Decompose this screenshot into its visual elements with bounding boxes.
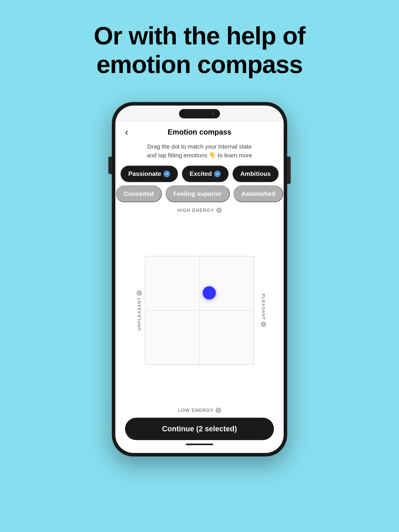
compass-label-unpleasant: UNPLEASANT i: [137, 290, 142, 330]
pleasant-info-icon[interactable]: i: [261, 322, 266, 327]
chip-passionate[interactable]: Passionate ✓: [120, 165, 178, 182]
compass-cell-top-right: [200, 256, 254, 310]
check-icon-excited: ✓: [214, 171, 221, 177]
compass-cell-bottom-left: [145, 310, 200, 365]
chips-row-1: Passionate ✓ Excited ✓ Ambitious: [123, 165, 276, 182]
compass-area: HIGH ENERGY i UNPLEASANT i: [115, 208, 284, 413]
low-energy-text: LOW ENERGY: [178, 408, 214, 413]
low-energy-info-icon[interactable]: i: [216, 408, 221, 413]
high-energy-text: HIGH ENERGY: [177, 208, 214, 213]
chip-ambitious-label: Ambitious: [240, 170, 270, 177]
phone-mockup: ‹ Emotion compass Drag the dot to match …: [112, 102, 287, 456]
screen-title: Emotion compass: [167, 128, 231, 136]
compass-label-high-energy: HIGH ENERGY i: [177, 208, 222, 213]
chip-excited[interactable]: Excited ✓: [182, 165, 229, 182]
compass-label-low-energy: LOW ENERGY i: [178, 408, 221, 413]
chips-section: Passionate ✓ Excited ✓ Ambitious Conceit…: [115, 165, 284, 202]
chip-conceited-label: Conceited: [124, 190, 154, 197]
chip-astonished[interactable]: Astonished: [234, 186, 283, 202]
chips-row-2: Conceited Feeling superior Astonished: [123, 186, 276, 202]
compass-grid-container: UNPLEASANT i PLEASANT: [123, 215, 276, 405]
subtitle-text: Drag the dot to match your internal stat…: [115, 140, 284, 165]
chip-conceited[interactable]: Conceited: [116, 186, 162, 202]
compass-label-pleasant: PLEASANT i: [261, 294, 266, 327]
pleasant-text: PLEASANT: [261, 294, 266, 320]
app-content: ‹ Emotion compass Drag the dot to match …: [115, 122, 284, 453]
compass-dot[interactable]: [203, 286, 216, 299]
chip-astonished-label: Astonished: [241, 190, 275, 197]
chip-feeling-superior[interactable]: Feeling superior: [166, 186, 230, 202]
chip-passionate-label: Passionate: [128, 170, 161, 177]
chip-ambitious[interactable]: Ambitious: [232, 165, 278, 182]
check-icon-passionate: ✓: [163, 171, 170, 177]
headline: Or with the help of emotion compass: [44, 21, 355, 79]
chip-excited-label: Excited: [190, 170, 212, 177]
compass-cell-top-left: [145, 256, 200, 310]
home-indicator: [186, 443, 213, 445]
unpleasant-info-icon[interactable]: i: [137, 290, 142, 296]
continue-button[interactable]: Continue (2 selected): [125, 418, 274, 440]
unpleasant-text: UNPLEASANT: [137, 297, 142, 330]
back-button[interactable]: ‹: [125, 127, 128, 137]
compass-cell-bottom-right: [200, 310, 254, 365]
dynamic-island: [179, 109, 220, 118]
compass-grid[interactable]: [145, 256, 254, 365]
app-header: ‹ Emotion compass: [115, 122, 284, 140]
chip-feeling-superior-label: Feeling superior: [174, 190, 222, 197]
high-energy-info-icon[interactable]: i: [216, 208, 222, 213]
phone-screen: ‹ Emotion compass Drag the dot to match …: [115, 106, 284, 453]
